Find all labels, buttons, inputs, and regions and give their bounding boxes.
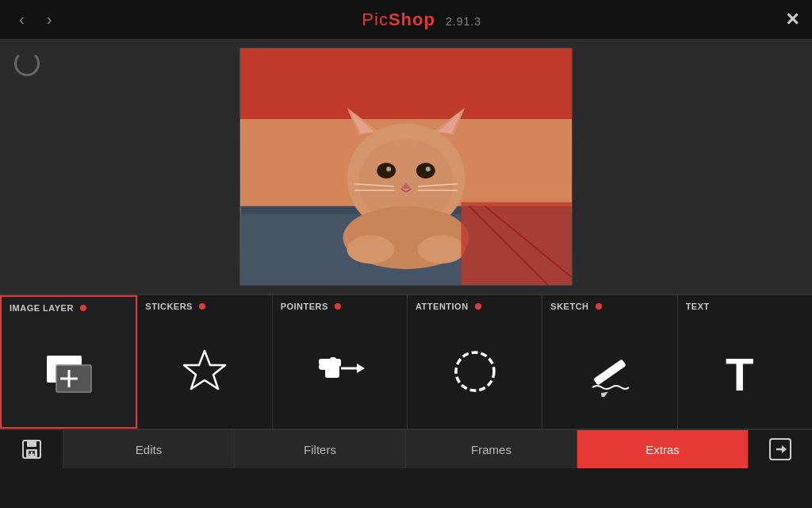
tool-sketch-icon-area [542,314,676,429]
tool-attention-label: ATTENTION [416,302,469,311]
tool-image-layer-label: IMAGE LAYER [10,303,74,313]
svg-rect-42 [27,441,36,447]
title-pic: Pic [362,10,389,29]
tool-stickers-header: STICKERS [137,295,271,314]
add-layer-icon [44,346,94,397]
save-icon [21,438,43,460]
svg-rect-38 [593,359,626,385]
tool-sketch-header: SKETCH [542,295,676,314]
tab-extras-label: Extras [645,443,680,456]
tool-text-label: TEXT [686,302,710,311]
tool-attention-icon-area [408,314,542,429]
tab-edits-label: Edits [136,443,162,456]
header: ‹ › PicShop 2.91.3 ✕ [0,0,812,40]
bottom-tabs: Edits Filters Frames Extras [0,429,812,468]
svg-point-37 [456,352,494,391]
nav-buttons: ‹ › [13,7,58,32]
tool-text[interactable]: TEXT T [678,295,812,429]
tools-panel: IMAGE LAYER STICKERS POINTERS [0,294,812,429]
forward-button[interactable]: › [40,7,59,32]
svg-rect-0 [240,48,571,119]
tool-pointers[interactable]: POINTERS [273,295,408,429]
star-icon [179,346,230,397]
tool-image-layer-header: IMAGE LAYER [2,297,136,316]
tool-attention[interactable]: ATTENTION [408,295,542,429]
svg-point-20 [347,235,395,264]
svg-marker-47 [782,445,787,453]
tool-pointers-dot [335,303,341,310]
svg-point-10 [377,163,396,179]
circle-outline-icon [450,346,500,397]
export-icon [768,437,792,461]
tool-attention-header: ATTENTION [408,295,542,314]
tool-sketch-label: SKETCH [550,302,588,311]
tool-stickers[interactable]: STICKERS [137,295,272,429]
tool-image-layer[interactable]: IMAGE LAYER [0,295,137,429]
svg-point-11 [416,163,435,179]
svg-point-13 [426,167,431,171]
tool-pointers-icon-area [273,314,407,429]
tool-sketch[interactable]: SKETCH [542,295,677,429]
svg-rect-34 [335,359,341,367]
app-title: PicShop 2.91.3 [362,10,481,30]
tab-filters-label: Filters [304,443,336,456]
canvas-area [0,40,812,294]
tab-extras[interactable]: Extras [577,430,749,468]
export-button[interactable] [749,430,812,468]
tool-attention-dot [475,303,481,310]
canvas-image [239,48,573,286]
tool-stickers-label: STICKERS [145,302,193,311]
tool-pointers-label: POINTERS [281,302,328,311]
svg-marker-39 [599,389,610,397]
kitten-image [240,48,572,285]
svg-text:T: T [726,348,753,397]
save-icon-button[interactable] [0,430,63,468]
tab-edits[interactable]: Edits [63,430,235,468]
tool-stickers-dot [199,303,205,310]
tool-image-layer-icon-area [2,316,136,427]
app-version: 2.91.3 [446,15,481,28]
tool-text-icon-area: T [678,314,812,429]
title-shop: Shop [389,10,435,29]
back-button[interactable]: ‹ [13,7,31,32]
tab-frames-label: Frames [471,443,511,456]
refresh-icon[interactable] [14,51,40,76]
pencil-icon [584,346,635,397]
pointer-icon [314,346,365,397]
svg-marker-36 [357,364,365,373]
text-T-icon: T [719,346,770,397]
tool-image-layer-dot [80,305,86,311]
tab-filters[interactable]: Filters [235,430,406,468]
tool-stickers-icon-area [137,314,271,429]
tool-pointers-header: POINTERS [273,295,407,314]
tool-text-header: TEXT [678,295,812,314]
svg-point-21 [418,235,465,264]
tool-sketch-dot [596,303,602,310]
svg-marker-29 [184,351,225,389]
tab-frames[interactable]: Frames [406,430,577,468]
close-button[interactable]: ✕ [785,10,799,30]
svg-point-12 [386,167,391,171]
